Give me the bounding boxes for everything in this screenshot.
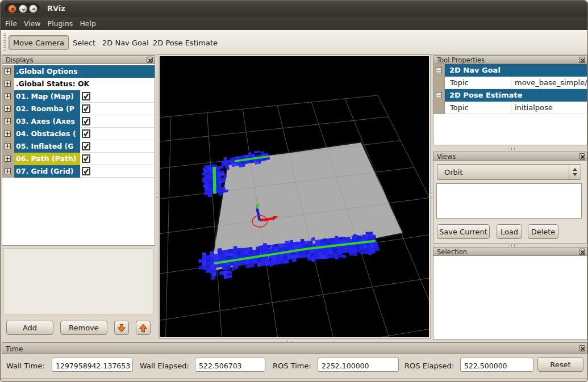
expand-icon[interactable] bbox=[5, 131, 11, 137]
checkbox-cell bbox=[80, 153, 155, 165]
tool-props-views-splitter-handle[interactable] bbox=[508, 148, 515, 150]
display-row-01-map-map[interactable]: 01. Map (Map) bbox=[2, 90, 155, 103]
expand-icon[interactable] bbox=[5, 93, 11, 99]
display-row-global-options[interactable]: .Global Options bbox=[2, 65, 155, 78]
menubar: FileViewPluginsHelp bbox=[1, 16, 587, 30]
camera-type-value: Orbit bbox=[444, 168, 463, 177]
delete-view-button[interactable]: Delete bbox=[528, 224, 558, 239]
dropdown-spin-buttons[interactable] bbox=[569, 165, 581, 179]
expand-icon[interactable] bbox=[5, 156, 11, 162]
ros-time-input[interactable] bbox=[318, 358, 399, 372]
property-value[interactable]: move_base_simple/goal bbox=[511, 77, 587, 89]
expand-icon[interactable] bbox=[5, 68, 11, 74]
saved-views-list[interactable] bbox=[436, 183, 582, 219]
menu-plugins[interactable]: Plugins bbox=[44, 18, 77, 30]
display-row-global-status-ok[interactable]: .Global Status: OK bbox=[2, 78, 155, 90]
views-panel: Views Orbit Save Current Load Delete bbox=[433, 152, 587, 244]
camera-type-dropdown[interactable]: Orbit bbox=[437, 164, 581, 180]
reset-time-button[interactable]: Reset bbox=[537, 357, 583, 372]
display-row-label: 02. Roomba (P bbox=[14, 103, 80, 115]
displays-panel: Displays .Global Options.Global Status: … bbox=[2, 55, 155, 337]
expand-icon[interactable] bbox=[5, 106, 11, 112]
display-enabled-checkbox[interactable] bbox=[82, 92, 90, 100]
menu-help[interactable]: Help bbox=[76, 18, 99, 30]
tool-group-2d-nav-goal[interactable]: 2D Nav Goal bbox=[433, 64, 587, 77]
tool-properties-titlebar[interactable]: Tool Properties bbox=[433, 55, 587, 64]
ros-elapsed-input[interactable] bbox=[460, 358, 533, 372]
display-enabled-checkbox[interactable] bbox=[82, 142, 90, 150]
collapse-icon[interactable] bbox=[436, 67, 442, 73]
time-panel-titlebar[interactable]: Time bbox=[2, 342, 587, 354]
display-row-03-axes-axes[interactable]: 03. Axes (Axes bbox=[2, 115, 155, 128]
tool-move-camera[interactable]: Move Camera bbox=[9, 35, 69, 50]
tool-select[interactable]: Select bbox=[73, 35, 95, 50]
move-display-down-button[interactable] bbox=[114, 321, 129, 335]
move-display-up-button[interactable] bbox=[136, 321, 151, 335]
menu-file[interactable]: File bbox=[2, 18, 20, 30]
views-panel-close-icon[interactable] bbox=[579, 153, 585, 159]
display-row-06-path-path[interactable]: 06. Path (Path) bbox=[2, 153, 155, 165]
displays-tree: .Global Options.Global Status: OK01. Map… bbox=[2, 64, 155, 246]
views-selection-splitter-handle[interactable] bbox=[508, 245, 515, 247]
views-panel-titlebar[interactable]: Views bbox=[433, 152, 587, 161]
save-current-view-button[interactable]: Save Current bbox=[437, 224, 490, 239]
property-row[interactable]: Topicinitialpose bbox=[433, 102, 587, 114]
tool-2d-nav-goal[interactable]: 2D Nav Goal bbox=[102, 35, 149, 50]
property-key: Topic bbox=[445, 102, 511, 114]
display-row-02-roomba-p[interactable]: 02. Roomba (P bbox=[2, 103, 155, 115]
tree-gutter bbox=[433, 64, 445, 77]
3d-viewport[interactable] bbox=[160, 56, 429, 337]
time-panel-close-icon[interactable] bbox=[579, 345, 585, 351]
selection-panel: Selection bbox=[433, 247, 587, 340]
display-enabled-checkbox[interactable] bbox=[82, 154, 90, 163]
ros-time-label: ROS Time: bbox=[273, 362, 311, 370]
tool-properties-body: 2D Nav GoalTopicmove_base_simple/goal2D … bbox=[433, 64, 587, 145]
close-window-icon[interactable] bbox=[8, 5, 16, 13]
property-value[interactable]: initialpose bbox=[511, 102, 587, 114]
display-row-05-inflated-g[interactable]: 05. Inflated (G bbox=[2, 140, 155, 153]
selection-panel-close-icon[interactable] bbox=[579, 249, 585, 255]
expand-icon[interactable] bbox=[5, 143, 11, 149]
tree-gutter bbox=[2, 90, 14, 103]
expand-icon[interactable] bbox=[5, 118, 11, 124]
remove-display-button[interactable]: Remove bbox=[60, 321, 107, 335]
display-row-label: .Global Options bbox=[14, 65, 155, 78]
orange-down-arrow-icon bbox=[118, 324, 126, 333]
maximize-window-icon[interactable] bbox=[29, 5, 37, 13]
display-enabled-checkbox[interactable] bbox=[82, 104, 90, 113]
display-row-07-grid-grid[interactable]: 07. Grid (Grid) bbox=[2, 165, 155, 178]
tool-2d-pose-estimate[interactable]: 2D Pose Estimate bbox=[153, 35, 218, 50]
titlebar[interactable]: RViz bbox=[1, 1, 587, 16]
menu-view[interactable]: View bbox=[20, 18, 44, 30]
tool-group-2d-pose-estimate[interactable]: 2D Pose Estimate bbox=[433, 89, 587, 102]
display-enabled-checkbox[interactable] bbox=[82, 117, 90, 125]
display-enabled-checkbox[interactable] bbox=[82, 167, 90, 175]
property-row[interactable]: Topicmove_base_simple/goal bbox=[433, 77, 587, 89]
display-row-label: 07. Grid (Grid) bbox=[14, 165, 80, 178]
expand-icon[interactable] bbox=[5, 81, 11, 87]
checkbox-cell bbox=[80, 140, 155, 153]
selection-panel-titlebar[interactable]: Selection bbox=[433, 247, 587, 256]
display-row-label: 01. Map (Map) bbox=[14, 90, 80, 103]
tool-group-header: 2D Pose Estimate bbox=[445, 89, 587, 102]
display-row-04-obstacles[interactable]: 04. Obstacles ( bbox=[2, 128, 155, 140]
selection-panel-body bbox=[433, 256, 587, 340]
displays-panel-title: Displays bbox=[6, 56, 33, 64]
wall-time-input[interactable] bbox=[52, 358, 133, 372]
wall-elapsed-input[interactable] bbox=[195, 358, 265, 372]
load-view-button[interactable]: Load bbox=[497, 224, 522, 239]
add-display-button[interactable]: Add bbox=[6, 321, 53, 335]
minimize-window-icon[interactable] bbox=[19, 5, 27, 13]
displays-panel-titlebar[interactable]: Displays bbox=[2, 55, 155, 64]
tree-gutter bbox=[433, 89, 445, 102]
displays-panel-close-icon[interactable] bbox=[147, 57, 153, 63]
expand-icon[interactable] bbox=[5, 168, 11, 174]
toolbar-grip-handle[interactable] bbox=[3, 33, 6, 51]
displays-property-area bbox=[3, 248, 153, 315]
display-enabled-checkbox[interactable] bbox=[82, 129, 90, 138]
collapse-icon[interactable] bbox=[436, 92, 442, 98]
tool-properties-close-icon[interactable] bbox=[579, 57, 585, 63]
display-row-label: 06. Path (Path) bbox=[14, 153, 80, 165]
toolbar: Move CameraSelect2D Nav Goal2D Pose Esti… bbox=[1, 30, 587, 54]
tool-group-header: 2D Nav Goal bbox=[445, 64, 587, 77]
